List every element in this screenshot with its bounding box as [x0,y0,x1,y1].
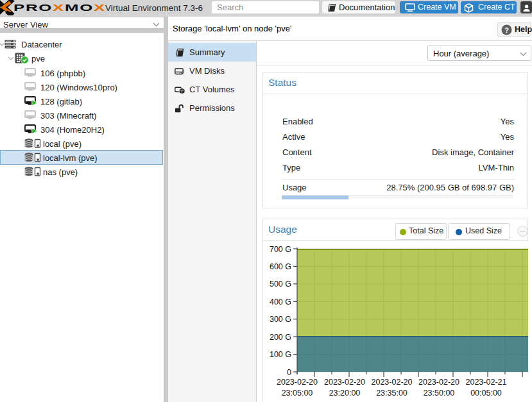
svg-text:23:05:00: 23:05:00 [282,389,313,398]
svg-text:?: ? [504,26,509,34]
svg-text:23:50:00: 23:50:00 [424,389,455,398]
svg-text:2023-02-20: 2023-02-20 [372,378,413,387]
svg-text:2023-02-20: 2023-02-20 [418,378,459,387]
svg-text:400 G: 400 G [270,297,291,306]
svg-text:100 G: 100 G [270,350,291,359]
svg-text:500 G: 500 G [270,280,291,289]
svg-text:23:20:00: 23:20:00 [329,389,361,398]
svg-text:0: 0 [287,368,291,377]
svg-text:2023-02-21: 2023-02-21 [466,378,507,387]
svg-text:600 G: 600 G [270,262,291,271]
svg-text:300 G: 300 G [270,315,291,324]
svg-text:200 G: 200 G [270,333,291,342]
svg-text:700 G: 700 G [270,245,291,254]
svg-text:23:35:00: 23:35:00 [376,389,408,398]
svg-text:00:05:00: 00:05:00 [470,389,502,398]
svg-text:2023-02-20: 2023-02-20 [277,378,318,387]
svg-text:2023-02-20: 2023-02-20 [324,378,365,387]
